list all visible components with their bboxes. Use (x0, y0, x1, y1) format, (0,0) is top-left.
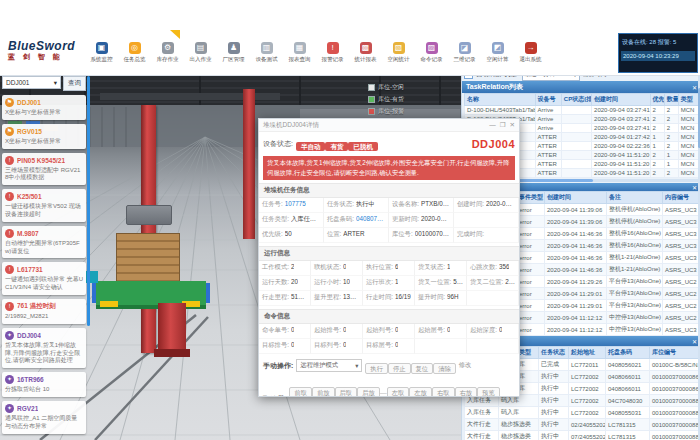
alarm-card[interactable]: !M.9807自动维护光圈异常(6TP305Fw)请复位 (2, 226, 86, 259)
query-button[interactable]: 查询 (63, 76, 86, 91)
manual-op-button[interactable]: 执行 (365, 363, 388, 374)
alarm-card[interactable]: ✦16TR966分拣取货站台 10 (2, 372, 86, 397)
toolbar-item-device-test[interactable]: ▥设备测试 (251, 42, 282, 63)
field-value: 00100070000509000B/147 (415, 230, 450, 239)
pick-button[interactable]: 右放 (455, 387, 478, 398)
toolbar-item-idle-stat[interactable]: ▧空闲统计 (383, 42, 414, 63)
alarm-card[interactable]: ✦DDJ004货叉本体故障,货叉1伸缩故障,升降伺服故障,行走安全限位,请切断安… (2, 328, 86, 368)
toolbar-item-alarm-record[interactable]: !报警记录 (317, 42, 348, 63)
pick-button[interactable]: 后放 (357, 387, 380, 398)
field-cell: 目标层号:0 (363, 339, 415, 354)
manual-op-button[interactable]: 停止 (388, 363, 411, 374)
column-header[interactable]: 优先 (650, 94, 664, 106)
table-row[interactable]: 入库任务码入库执行中LC7720020408055031001000370000… (465, 407, 700, 419)
column-header[interactable]: 备注 (607, 192, 663, 204)
table-cell (561, 169, 591, 178)
toolbar-item-report-query[interactable]: ▦报表查询 (284, 42, 315, 63)
column-header[interactable]: 创建时间 (545, 192, 607, 204)
alarm-device-id: DDJ001 (17, 99, 41, 106)
alarm-card[interactable]: ⚑DDJ001X坐标与Y坐标值异常 (2, 95, 86, 120)
field-cell: 货叉一位置:501 (415, 276, 467, 291)
table-row[interactable]: 大件行走稳步拣选类执行中02/24055202LC781315001000370… (465, 419, 700, 431)
alarm-card[interactable]: !PIN05 K9545/21三维场景模型适配中 RGV218中小规模数据 (2, 153, 86, 186)
table-cell: 中控停13(AbloOne) (607, 324, 663, 336)
field-cell: 工作模式:2 (259, 261, 311, 276)
table-cell: 2020-09-04 11:51:20 (592, 160, 651, 169)
alarm-card[interactable]: !L617731一键通知遇到联动异常 光幕UC1/V3/N4 请安全确认 (2, 262, 86, 295)
column-header[interactable]: 创建时间 (592, 94, 651, 106)
maximize-icon[interactable]: ❐ (500, 121, 506, 129)
device-status-label: 设备状态: (263, 139, 293, 149)
column-header[interactable]: CP状态(排序) (561, 94, 591, 106)
field-cell: 托盘条码:0408076001-0408066011 (324, 213, 389, 228)
toolbar-item-exit-system[interactable]: →退出系统 (515, 42, 546, 63)
table-cell: 1 (650, 133, 664, 142)
modify-link[interactable]: 修改 (459, 361, 472, 370)
column-header[interactable]: 库位编号 (650, 347, 700, 359)
panel-close-icon[interactable]: ✕ (692, 184, 697, 191)
alarm-card[interactable]: ⚑RGV015X坐标与Y坐标值异常 (2, 124, 86, 149)
column-header[interactable]: 数量 (664, 94, 678, 106)
table-cell: 整机1-21(AbloOne) (607, 264, 663, 276)
device-select[interactable]: DDJ001 ▾ (2, 76, 61, 89)
toolbar-item-factory-manage[interactable]: ♟厂区管理 (218, 42, 249, 63)
manual-operation-row: 手动操作: 远程维护模式 ▾ 执行停止复位清除 修改 (259, 354, 519, 378)
pick-button[interactable]: 右取 (432, 387, 455, 398)
pick-button[interactable]: 后取 (335, 387, 358, 398)
alarm-card[interactable]: ✦RGV21通风联控_A1 二期空间质量与动态分布异常 (2, 401, 86, 434)
alarm-description: X坐标与Y坐标值异常 (5, 109, 83, 117)
toolbar-item-label: 库存作业 (157, 56, 179, 63)
toolbar-item-stat-report[interactable]: ▩统计报表 (350, 42, 381, 63)
logo-name: BlueSword (8, 40, 75, 53)
sidebar-scrollbar[interactable] (87, 76, 90, 326)
table-cell: 0408055031 (606, 407, 650, 419)
toolbar-item-inventory-job[interactable]: ⚙库存作业 (152, 42, 183, 63)
table-row[interactable]: 大件行走稳步拣选类执行中07/24055202LC781315001000370… (465, 431, 700, 440)
field-value: 20 (291, 278, 298, 287)
table-cell: ATTER (535, 160, 561, 169)
toolbar-item-3d-record[interactable]: ◪三维记录 (449, 42, 480, 63)
field-label: 起始深度: (470, 326, 497, 335)
field-link[interactable]: 107775 (285, 200, 306, 209)
column-header[interactable]: 任务状态 (539, 347, 569, 359)
toolbar-item-idle-calc[interactable]: ◩空闲计算 (482, 42, 513, 63)
toolbar-item-inout-job[interactable]: ▤出入作业 (185, 42, 216, 63)
field-value: 0 (291, 341, 295, 350)
alarm-card[interactable]: !K25/501一键迁移模块异常V502 现场设备连接超时 (2, 189, 86, 222)
manual-op-button[interactable]: 清除 (433, 363, 456, 374)
table-cell: 04C7048030 (606, 395, 650, 407)
field-link[interactable]: 0408076001-0408066011 (356, 215, 385, 224)
logo-accent-triangle (170, 30, 180, 39)
toolbar-item-command-record[interactable]: ▨命令记录 (416, 42, 447, 63)
column-header[interactable]: 内容编号 (663, 192, 700, 204)
toolbar-item-task-overview[interactable]: ◎任务总览 (119, 42, 150, 63)
table-cell (561, 133, 591, 142)
close-icon[interactable]: ✕ (510, 121, 515, 129)
table-cell: ASRS_UC2 (663, 276, 700, 288)
table-cell: 2 (650, 151, 664, 160)
manual-mode-select[interactable]: 远程维护模式 ▾ (296, 359, 362, 372)
pick-button[interactable]: 左放 (409, 387, 432, 398)
column-header[interactable]: 托盘条码 (606, 347, 650, 359)
column-header[interactable]: 设备号 (535, 94, 561, 106)
field-value: 96H (447, 293, 459, 302)
pick-button[interactable]: 前放 (312, 387, 335, 398)
minimize-icon[interactable]: — (489, 121, 496, 129)
pick-button[interactable]: 左取 (387, 387, 410, 398)
column-header[interactable]: 事件类型 (517, 192, 545, 204)
column-header[interactable]: 名称 (465, 94, 536, 106)
table-cell: ASRS_UC3 (663, 240, 700, 252)
column-header[interactable]: 起始地址 (569, 347, 606, 359)
field-label: 提升里程: (314, 293, 341, 302)
pick-extra-button[interactable]: 预览 (477, 387, 500, 398)
pick-button[interactable]: 前取 (289, 387, 312, 398)
panel-close-icon[interactable]: ✕ (692, 338, 697, 345)
alarm-card[interactable]: !761 温控时刻2/19892_M2821 (2, 299, 86, 324)
column-header[interactable]: 类型 (678, 94, 698, 106)
toolbar-item-system-monitor[interactable]: ▣系统监控 (86, 42, 117, 63)
table-cell: 入库任务 (465, 407, 499, 419)
panel-close-icon[interactable]: ✕ (692, 84, 697, 91)
manual-op-button[interactable]: 复位 (411, 363, 434, 374)
table-row[interactable]: D-100-DHL/5403Tab1/TabLP633Arrive2020-09… (465, 106, 699, 115)
table-cell: 整机停16(AbloOne) (607, 240, 663, 252)
